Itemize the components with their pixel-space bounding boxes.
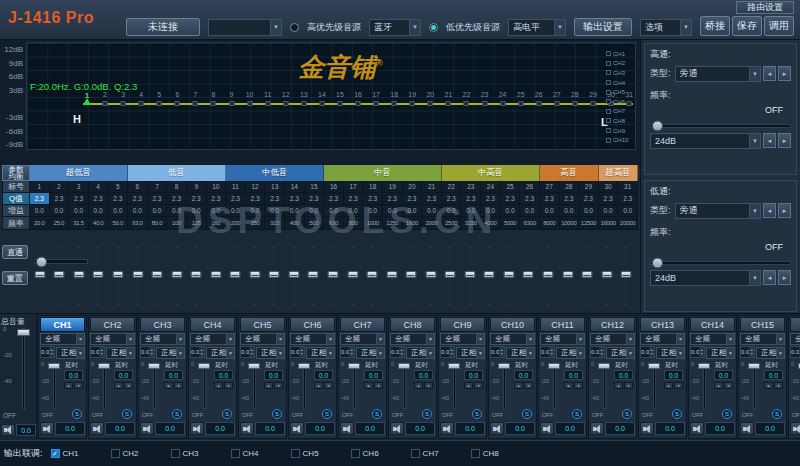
q-value-cell[interactable]: 2.3: [305, 193, 325, 205]
fader-handle[interactable]: [112, 271, 123, 278]
eq-band-marker[interactable]: [410, 101, 415, 106]
freq-cell[interactable]: 8000: [540, 217, 560, 230]
q-value-cell[interactable]: 2.3: [187, 193, 207, 205]
eq-band-number[interactable]: 10: [246, 91, 254, 98]
delay-down-icon[interactable]: ▼: [174, 382, 183, 389]
filter-slope-select[interactable]: 24dB▼: [650, 270, 761, 286]
band-id-cell[interactable]: 4: [89, 181, 109, 193]
eq-band-marker[interactable]: [283, 101, 288, 106]
next-button[interactable]: ►: [778, 66, 791, 81]
eq-band-fader[interactable]: [362, 243, 382, 311]
save-button[interactable]: 保存: [732, 16, 762, 36]
eq-band-number[interactable]: 4: [139, 91, 143, 98]
eq-band-marker[interactable]: [482, 101, 487, 106]
prev-button[interactable]: ◄: [763, 133, 776, 148]
range-select[interactable]: 全频▼: [540, 333, 585, 345]
channel-tab[interactable]: CH16: [790, 317, 800, 332]
graph-channel-toggle[interactable]: CH8: [606, 116, 632, 126]
delay-value[interactable]: 0.0: [364, 370, 383, 380]
fader-handle[interactable]: [308, 271, 319, 278]
eq-band-number[interactable]: 7: [193, 91, 197, 98]
channel-fader-handle[interactable]: [548, 363, 560, 369]
fader-handle[interactable]: [152, 271, 163, 278]
delay-down-icon[interactable]: ▼: [574, 382, 583, 389]
slider-knob[interactable]: [652, 121, 663, 132]
eq-band-number[interactable]: 25: [517, 91, 525, 98]
graph-channel-toggle[interactable]: CH2: [606, 59, 632, 69]
range-select[interactable]: 全频▼: [190, 333, 235, 345]
eq-band-marker-selected[interactable]: [83, 98, 91, 105]
gain-spinner[interactable]: 0.0▲▼: [790, 346, 800, 358]
range-select[interactable]: 全频▼: [240, 333, 285, 345]
freq-cell[interactable]: 63.0: [128, 217, 148, 230]
eq-band-number[interactable]: 6: [175, 91, 179, 98]
delay-up-icon[interactable]: ▲: [764, 382, 773, 389]
mute-button[interactable]: [590, 422, 604, 435]
delay-value[interactable]: 0.0: [614, 370, 633, 380]
mute-button[interactable]: [340, 422, 354, 435]
master-fader-handle[interactable]: [17, 329, 30, 336]
eq-band-marker[interactable]: [464, 101, 469, 106]
gain-spinner[interactable]: 0.0▲▼: [90, 346, 105, 358]
eq-band-number[interactable]: 9: [230, 91, 234, 98]
gain-cell[interactable]: 0.0: [226, 205, 246, 217]
eq-band-fader[interactable]: [167, 243, 187, 311]
freq-cell[interactable]: 16000: [599, 217, 619, 230]
gain-cell[interactable]: 0.0: [128, 205, 148, 217]
eq-band-marker[interactable]: [590, 101, 595, 106]
band-id-cell[interactable]: 26: [520, 181, 540, 193]
freq-cell[interactable]: 50.0: [108, 217, 128, 230]
spinner-down-icon[interactable]: ▼: [649, 352, 654, 356]
graph-channel-toggle[interactable]: CH9: [606, 126, 632, 136]
link-channel[interactable]: CH8: [471, 449, 499, 458]
eq-band-marker[interactable]: [139, 101, 144, 106]
filter-slope-select[interactable]: 24dB▼: [650, 133, 761, 149]
q-value-cell[interactable]: 2.3: [108, 193, 128, 205]
gain-cell[interactable]: 0.0: [305, 205, 325, 217]
eq-band-fader[interactable]: [265, 243, 285, 311]
gain-cell[interactable]: 0.0: [579, 205, 599, 217]
delay-value[interactable]: 0.0: [214, 370, 233, 380]
channel-fader-handle[interactable]: [448, 363, 460, 369]
mute-button[interactable]: [690, 422, 704, 435]
band-id-cell[interactable]: 19: [383, 181, 403, 193]
mute-button[interactable]: [290, 422, 304, 435]
eq-band-number[interactable]: 22: [463, 91, 471, 98]
range-select[interactable]: 全频▼: [440, 333, 485, 345]
next-button[interactable]: ►: [778, 203, 791, 218]
spinner-down-icon[interactable]: ▼: [299, 352, 304, 356]
range-select[interactable]: 全频▼: [390, 333, 435, 345]
band-id-cell[interactable]: 6: [128, 181, 148, 193]
freq-cell[interactable]: 6300: [520, 217, 540, 230]
eq-band-number[interactable]: 12: [282, 91, 290, 98]
band-id-cell[interactable]: 7: [148, 181, 168, 193]
link-channel[interactable]: CH5: [291, 449, 319, 458]
mute-button[interactable]: [490, 422, 504, 435]
gain-spinner[interactable]: 0.0▲▼: [590, 346, 605, 358]
eq-band-marker[interactable]: [536, 101, 541, 106]
mute-button[interactable]: [440, 422, 454, 435]
channel-fader-handle[interactable]: [698, 363, 710, 369]
freq-cell[interactable]: 4000: [481, 217, 501, 230]
eq-band-fader[interactable]: [558, 243, 578, 311]
band-id-cell[interactable]: 8: [167, 181, 187, 193]
q-value-cell[interactable]: 2.3: [422, 193, 442, 205]
gain-cell[interactable]: 0.0: [383, 205, 403, 217]
gain-spinner[interactable]: 0.0▲▼: [340, 346, 355, 358]
freq-cell[interactable]: 1600: [403, 217, 423, 230]
gain-cell[interactable]: 0.0: [461, 205, 481, 217]
spinner-down-icon[interactable]: ▼: [699, 352, 704, 356]
delay-down-icon[interactable]: ▼: [724, 382, 733, 389]
link-channel[interactable]: CH4: [231, 449, 259, 458]
eq-band-fader[interactable]: [343, 243, 363, 311]
channel-tab[interactable]: CH15: [740, 317, 785, 332]
eq-band-number[interactable]: 3: [121, 91, 125, 98]
eq-band-fader[interactable]: [480, 243, 500, 311]
fader-handle[interactable]: [542, 271, 553, 278]
spinner-down-icon[interactable]: ▼: [599, 352, 604, 356]
band-id-cell[interactable]: 25: [501, 181, 521, 193]
eq-band-fader[interactable]: [206, 243, 226, 311]
range-select[interactable]: 全频▼: [490, 333, 535, 345]
phase-select[interactable]: 正相▼: [656, 347, 685, 359]
fader-handle[interactable]: [54, 271, 65, 278]
